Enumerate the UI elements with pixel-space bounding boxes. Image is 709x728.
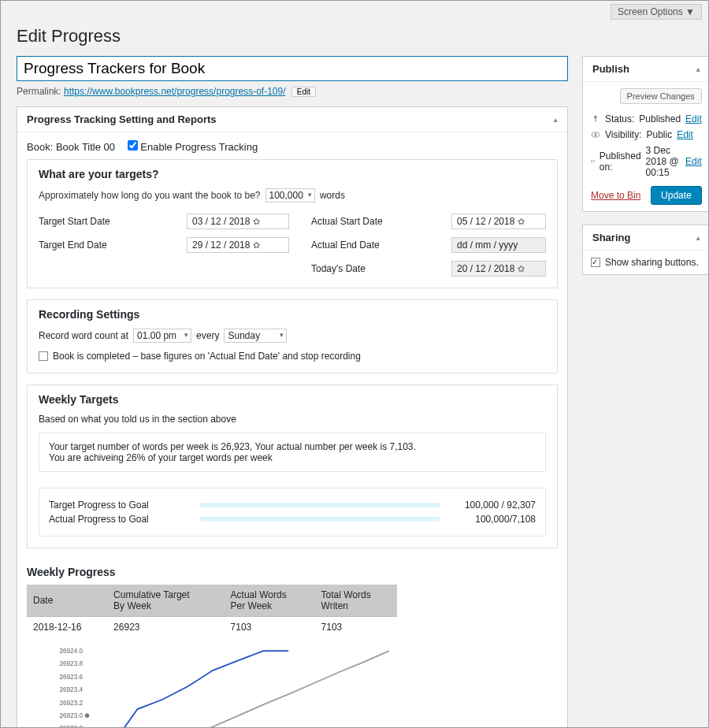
weekly-progress-heading: Weekly Progress <box>27 559 558 585</box>
completed-label: Book is completed – base figures on 'Act… <box>53 351 361 362</box>
svg-text:26923.2: 26923.2 <box>59 700 83 707</box>
svg-text:26923.0: 26923.0 <box>59 712 83 719</box>
published-edit-link[interactable]: Edit <box>685 156 702 167</box>
sharing-box-title: Sharing <box>592 232 630 243</box>
target-end-label: Target End Date <box>39 240 165 251</box>
screen-options-button[interactable]: Screen Options ▼ <box>611 4 702 20</box>
book-label: Book: <box>27 141 53 153</box>
actual-start-label: Actual Start Date <box>311 216 429 227</box>
sharing-checkbox[interactable] <box>591 258 600 267</box>
permalink-edit-button[interactable]: Edit <box>291 87 316 97</box>
collapse-icon[interactable]: ▴ <box>696 234 700 242</box>
weekly-progress-table: DateCumulative TargetBy WeekActual Words… <box>27 585 397 637</box>
collapse-icon[interactable]: ▴ <box>554 116 558 124</box>
svg-rect-20 <box>595 118 596 122</box>
svg-text:26923.4: 26923.4 <box>59 686 83 693</box>
svg-text:26923.8: 26923.8 <box>59 660 83 667</box>
actual-end-label: Actual End Date <box>311 240 429 251</box>
actual-start-input[interactable]: 05 / 12 / 2018✿ <box>451 214 546 229</box>
target-end-input[interactable]: 29 / 12 / 2018✿ <box>187 237 289 253</box>
enable-tracking-label: Enable Progress Tracking <box>140 141 258 153</box>
actual-end-input[interactable]: dd / mm / yyyy <box>451 237 546 253</box>
publish-box-title: Publish <box>592 63 629 75</box>
weekly-targets-note: Based on what you told us in the section… <box>39 414 546 425</box>
completed-checkbox[interactable] <box>39 351 48 361</box>
svg-text:26924.0: 26924.0 <box>59 648 83 655</box>
update-button[interactable]: Update <box>651 186 702 205</box>
gear-icon: ✿ <box>253 217 260 227</box>
targets-heading: What are your targets? <box>39 168 546 180</box>
svg-text:26922.8: 26922.8 <box>59 725 83 728</box>
enable-tracking-checkbox[interactable] <box>128 140 138 150</box>
svg-text:26923.6: 26923.6 <box>59 674 83 681</box>
todays-date-input: 20 / 12 / 2018✿ <box>451 261 546 277</box>
gear-icon: ✿ <box>518 264 525 274</box>
svg-rect-23 <box>591 161 594 163</box>
weekly-progress-chart: 26922.026922.226922.426922.626922.826923… <box>27 644 421 728</box>
weekly-targets-heading: Weekly Targets <box>39 393 546 406</box>
target-start-input[interactable]: 03 / 12 / 2018✿ <box>187 214 289 229</box>
visibility-edit-link[interactable]: Edit <box>677 129 693 140</box>
recording-heading: Recording Settings <box>39 308 546 321</box>
permalink: Permalink: https://www.bookpress.net/pro… <box>17 86 568 97</box>
targets-hint: Approximately how long do you want the b… <box>39 190 261 201</box>
page-title: Edit Progress <box>17 26 692 46</box>
progress-bar-row: Actual Progress to Goal100,000/7,108 <box>49 514 536 525</box>
permalink-link[interactable]: https://www.bookpress.net/progress/progr… <box>64 86 285 97</box>
metabox-title: Progress Tracking Setting and Reports <box>27 113 217 125</box>
preview-changes-button[interactable]: Preview Changes <box>620 88 702 104</box>
record-time-select[interactable]: 01.00 pm <box>133 329 191 343</box>
move-to-bin-link[interactable]: Move to Bin <box>591 190 640 201</box>
sharing-label: Show sharing buttons. <box>605 257 699 268</box>
todays-date-label: Today's Date <box>311 263 429 274</box>
gear-icon: ✿ <box>518 217 525 227</box>
post-title-input[interactable] <box>17 56 568 81</box>
record-day-select[interactable]: Sunday <box>224 329 287 343</box>
progress-bar-row: Target Progress to Goal100,000 / 92,307 <box>49 500 536 511</box>
eye-icon <box>591 130 600 139</box>
word-count-select[interactable]: 100,000 <box>265 188 315 202</box>
svg-point-12 <box>85 714 89 718</box>
status-edit-link[interactable]: Edit <box>685 113 702 124</box>
calendar-icon <box>591 157 595 166</box>
table-row: 2018-12-162692371037103 <box>27 617 397 638</box>
pin-icon <box>591 114 600 124</box>
collapse-icon[interactable]: ▴ <box>696 65 700 73</box>
svg-point-22 <box>595 134 597 136</box>
gear-icon: ✿ <box>253 240 260 251</box>
weekly-targets-msg: Your target number of words per week is … <box>39 433 546 472</box>
target-start-label: Target Start Date <box>39 216 165 227</box>
book-title: Book Title 00 <box>56 141 115 153</box>
